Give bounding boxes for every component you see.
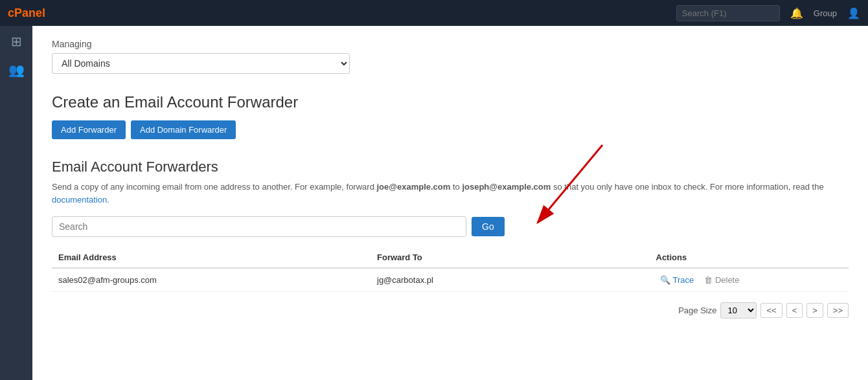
pagination-row: Page Size 10 25 50 100 << < > >> (52, 302, 849, 319)
grid-icon[interactable]: ⊞ (11, 34, 22, 49)
forwarders-desc: Send a copy of any incoming email from o… (52, 181, 849, 206)
layout: ⊞ 👥 Managing All Domains Create an Email… (0, 26, 868, 380)
users-icon[interactable]: 👥 (8, 62, 25, 78)
managing-select[interactable]: All Domains (52, 53, 350, 74)
add-forwarder-button[interactable]: Add Forwarder (52, 120, 126, 139)
page-size-label: Page Size (678, 306, 716, 315)
joseph-email: joseph@example.com (462, 182, 551, 192)
search-icon: 🔍 (660, 275, 670, 285)
col-header-forward: Forward To (371, 247, 650, 268)
last-page-button[interactable]: >> (827, 303, 849, 318)
desc-after: so that you only have one inbox to check… (551, 182, 823, 192)
first-page-button[interactable]: << (760, 303, 782, 318)
col-header-actions: Actions (650, 247, 849, 268)
forwarders-title: Email Account Forwarders (52, 159, 849, 175)
table-row: sales02@afm-groups.com jg@carbotax.pl 🔍 … (52, 268, 849, 292)
user-icon[interactable]: 👤 (847, 7, 860, 19)
nav-user[interactable]: Group (814, 8, 837, 18)
trash-icon: 🗑 (704, 275, 713, 285)
forwarders-table: Email Address Forward To Actions sales02… (52, 247, 849, 292)
desc-between: to (450, 182, 462, 192)
add-domain-forwarder-button[interactable]: Add Domain Forwarder (131, 120, 236, 139)
top-nav-left: cPanel (8, 6, 45, 20)
top-nav: cPanel 🔔 Group 👤 (0, 0, 868, 26)
col-header-email: Email Address (52, 247, 371, 268)
cell-actions: 🔍 Trace 🗑 Delete (650, 268, 849, 292)
bell-icon[interactable]: 🔔 (790, 7, 803, 19)
sidebar: ⊞ 👥 (0, 26, 32, 380)
create-btn-group: Add Forwarder Add Domain Forwarder (52, 120, 849, 139)
desc-period: . (107, 195, 109, 205)
desc-before: Send a copy of any incoming email from o… (52, 182, 376, 192)
cell-forward: jg@carbotax.pl (371, 268, 650, 292)
documentation-link[interactable]: documentation (52, 195, 107, 205)
top-nav-right: 🔔 Group 👤 (676, 5, 860, 21)
next-page-button[interactable]: > (806, 303, 823, 318)
logo: cPanel (8, 6, 45, 20)
delete-button[interactable]: 🗑 Delete (700, 275, 744, 285)
create-title: Create an Email Account Forwarder (52, 93, 849, 111)
forwarders-section: Email Account Forwarders Send a copy of … (52, 159, 849, 319)
table-header-row: Email Address Forward To Actions (52, 247, 849, 268)
page-size-select[interactable]: 10 25 50 100 (720, 302, 757, 319)
managing-label: Managing (52, 39, 849, 49)
trace-button[interactable]: 🔍 Trace (656, 275, 698, 285)
managing-section: Managing All Domains (52, 39, 849, 74)
create-section: Create an Email Account Forwarder Add Fo… (52, 93, 849, 139)
main-content: Managing All Domains Create an Email Acc… (32, 26, 868, 380)
joe-email: joe@example.com (376, 182, 450, 192)
nav-search-input[interactable] (676, 5, 780, 21)
go-button[interactable]: Go (472, 217, 505, 236)
cell-email: sales02@afm-groups.com (52, 268, 371, 292)
search-row: Go (52, 216, 849, 237)
prev-page-button[interactable]: < (786, 303, 803, 318)
search-input[interactable] (52, 216, 466, 237)
